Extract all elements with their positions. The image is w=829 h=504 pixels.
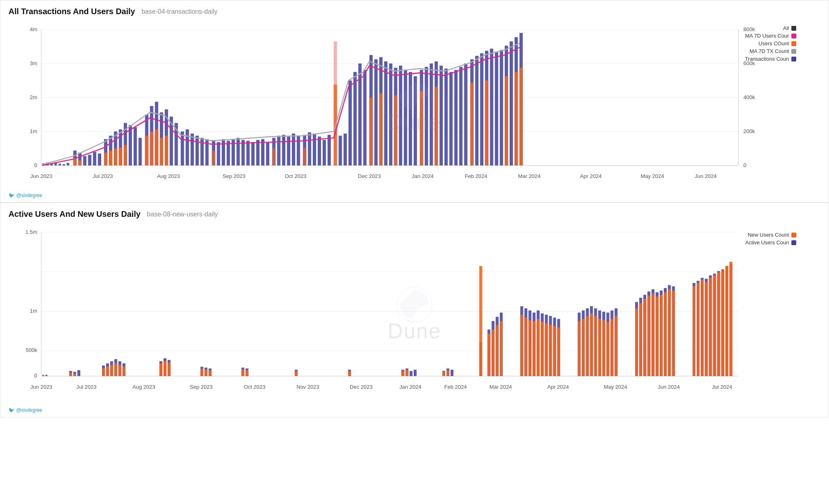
- svg-rect-253: [42, 375, 44, 376]
- svg-rect-61: [191, 133, 194, 165]
- svg-rect-273: [406, 370, 408, 376]
- legend-dot-tx-count: [791, 57, 796, 61]
- svg-rect-288: [549, 324, 552, 376]
- svg-rect-138: [160, 138, 163, 165]
- svg-text:Feb 2024: Feb 2024: [465, 173, 487, 179]
- legend-item-ma7d-tx: MA 7D TX Count: [745, 48, 796, 54]
- svg-rect-110: [440, 66, 443, 165]
- legend-label-new-users: New Users Count: [748, 232, 789, 238]
- svg-rect-85: [313, 133, 316, 165]
- svg-rect-70: [236, 138, 240, 165]
- legend-dot-users-count: [791, 41, 796, 46]
- chart1-attribution: 🐦 @sixdegree: [9, 193, 820, 198]
- svg-text:Aug 2023: Aug 2023: [157, 173, 180, 179]
- svg-rect-265: [200, 368, 203, 376]
- svg-rect-312: [697, 283, 699, 376]
- svg-rect-153: [519, 68, 523, 166]
- svg-rect-99: [384, 61, 387, 165]
- svg-rect-300: [614, 316, 617, 376]
- svg-rect-137: [155, 129, 158, 165]
- svg-rect-301: [635, 308, 638, 376]
- svg-rect-302: [639, 303, 642, 376]
- svg-rect-204: [414, 370, 417, 376]
- svg-rect-292: [582, 319, 585, 376]
- svg-rect-296: [598, 319, 601, 376]
- svg-rect-258: [110, 365, 113, 376]
- svg-rect-276: [479, 266, 482, 376]
- svg-rect-68: [227, 141, 230, 165]
- svg-rect-50: [134, 127, 137, 166]
- svg-rect-105: [414, 76, 417, 166]
- svg-rect-309: [668, 289, 671, 376]
- svg-rect-316: [713, 275, 716, 376]
- svg-text:Apr 2024: Apr 2024: [547, 384, 569, 390]
- svg-rect-130: [104, 153, 107, 166]
- svg-rect-88: [327, 135, 331, 165]
- svg-rect-266: [204, 369, 207, 376]
- svg-rect-131: [109, 150, 112, 165]
- svg-text:0: 0: [34, 373, 37, 379]
- svg-text:Sep 2023: Sep 2023: [190, 384, 213, 390]
- svg-rect-268: [241, 369, 244, 376]
- svg-rect-254: [69, 373, 72, 376]
- svg-rect-134: [124, 145, 127, 165]
- legend-dot-new-users: [791, 233, 796, 237]
- svg-rect-303: [643, 299, 646, 376]
- svg-rect-291: [578, 321, 580, 376]
- svg-text:3m: 3m: [30, 60, 37, 66]
- svg-rect-299: [610, 319, 613, 376]
- svg-rect-305: [652, 294, 655, 376]
- svg-rect-100: [389, 64, 392, 165]
- svg-rect-289: [553, 326, 556, 376]
- svg-rect-152: [514, 72, 518, 165]
- chart2-attribution-text: @sixdegree: [16, 407, 42, 413]
- svg-rect-87: [323, 140, 326, 165]
- svg-rect-285: [537, 319, 540, 376]
- svg-rect-314: [705, 282, 708, 376]
- svg-rect-86: [318, 137, 321, 165]
- svg-rect-129: [78, 160, 81, 165]
- svg-rect-278: [491, 330, 494, 376]
- svg-text:Jun 2023: Jun 2023: [30, 173, 52, 179]
- svg-text:May 2024: May 2024: [641, 173, 664, 179]
- legend-item-active-users: Active Users Coun: [745, 239, 796, 246]
- svg-text:Mar 2024: Mar 2024: [518, 173, 541, 179]
- svg-text:Apr 2024: Apr 2024: [580, 173, 602, 179]
- svg-rect-76: [266, 142, 269, 165]
- svg-rect-203: [410, 371, 412, 376]
- chart1-svg: 4m 3m 2m 1m 0 800k 600k 400k 200k 0 Jun …: [9, 21, 820, 191]
- chart2-svg: 1.5m 1m 500k 0 Jun 2023 Jul 2023 Aug 202…: [9, 224, 820, 406]
- svg-text:Oct 2023: Oct 2023: [244, 384, 265, 390]
- svg-text:May 2024: May 2024: [604, 384, 627, 390]
- svg-text:Aug 2023: Aug 2023: [132, 384, 155, 390]
- svg-rect-40: [83, 156, 86, 165]
- svg-rect-78: [277, 136, 281, 166]
- svg-rect-133: [119, 148, 122, 165]
- svg-rect-51: [138, 138, 142, 165]
- svg-text:4m: 4m: [30, 26, 37, 32]
- svg-text:1.5m: 1.5m: [26, 229, 37, 235]
- svg-rect-313: [701, 280, 704, 376]
- svg-rect-290: [557, 327, 560, 376]
- svg-rect-255: [73, 373, 76, 376]
- svg-rect-113: [454, 70, 457, 165]
- svg-rect-92: [349, 80, 352, 165]
- svg-rect-118: [480, 53, 483, 165]
- svg-text:Dec 2023: Dec 2023: [350, 384, 372, 390]
- legend-label-ma7d-tx: MA 7D TX Count: [750, 48, 789, 54]
- svg-rect-259: [114, 363, 117, 376]
- svg-text:Feb 2024: Feb 2024: [444, 384, 467, 390]
- svg-text:Mar 2024: Mar 2024: [489, 384, 512, 390]
- legend-item-all: All: [745, 25, 796, 31]
- svg-rect-62: [196, 136, 199, 166]
- svg-text:Jan 2024: Jan 2024: [400, 384, 422, 390]
- svg-rect-149: [470, 83, 474, 165]
- svg-rect-142: [303, 148, 306, 165]
- svg-rect-282: [525, 318, 527, 376]
- svg-rect-308: [664, 292, 667, 376]
- svg-rect-84: [308, 132, 311, 165]
- legend-dot-ma7d-users: [791, 34, 796, 38]
- svg-rect-315: [709, 278, 712, 376]
- svg-rect-318: [721, 270, 724, 376]
- svg-rect-286: [541, 322, 544, 376]
